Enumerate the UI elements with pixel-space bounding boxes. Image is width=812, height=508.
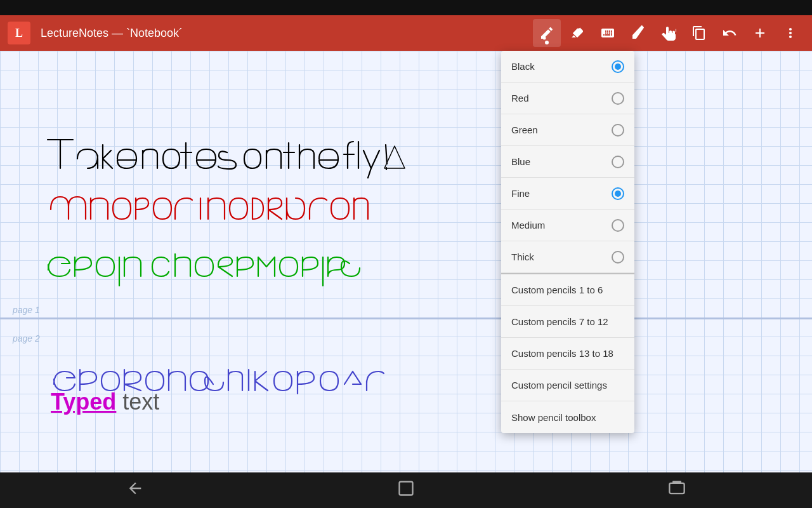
toolbar-icons <box>533 19 804 47</box>
menu-item-custom712[interactable]: Custom pencils 7 to 12 <box>501 306 634 338</box>
page2-label: page 2 <box>13 333 40 344</box>
pencil-tool-button[interactable] <box>533 19 561 47</box>
undo-button[interactable] <box>716 19 743 47</box>
menu-item-custom1318[interactable]: Custom pencils 13 to 18 <box>501 338 634 370</box>
more-button[interactable] <box>776 19 804 47</box>
green-label: Green <box>511 124 538 135</box>
back-nav-button[interactable] <box>126 479 144 501</box>
page1-label: page 1 <box>13 305 40 315</box>
fountain-pen-tool-button[interactable] <box>624 19 652 47</box>
blue-radio[interactable] <box>612 156 624 168</box>
pencil-dropdown-menu: Black Red Green Blue Fine <box>501 51 634 433</box>
menu-item-toolbox[interactable]: Show pencil toolbox <box>501 401 634 433</box>
logo-letter: L <box>15 27 23 40</box>
red-label: Red <box>511 93 529 104</box>
thick-radio[interactable] <box>612 251 624 264</box>
red-radio[interactable] <box>612 92 624 105</box>
page-divider <box>0 318 812 319</box>
fine-radio-inner <box>615 190 621 197</box>
custom712-label: Custom pencils 7 to 12 <box>511 316 608 327</box>
copy-tool-button[interactable] <box>685 19 713 47</box>
fine-label: Fine <box>511 188 530 199</box>
typed-text-area: Typed text <box>51 389 159 415</box>
hand-tool-button[interactable] <box>655 19 683 47</box>
black-label: Black <box>511 61 535 72</box>
menu-item-blue[interactable]: Blue <box>501 146 634 178</box>
svg-point-0 <box>543 37 546 40</box>
eraser-tool-button[interactable] <box>563 19 591 47</box>
svg-rect-3 <box>672 481 681 483</box>
custom1318-label: Custom pencils 13 to 18 <box>511 348 613 359</box>
menu-item-black[interactable]: Black <box>501 51 634 83</box>
bottom-nav <box>0 472 812 508</box>
green-radio[interactable] <box>612 124 624 137</box>
custom16-label: Custom pencils 1 to 6 <box>511 284 603 295</box>
settings-label: Custom pencil settings <box>511 380 607 391</box>
blue-label: Blue <box>511 156 530 167</box>
app-toolbar: L LectureNotes — `Notebook´ <box>0 15 812 51</box>
menu-item-medium[interactable]: Medium <box>501 210 634 241</box>
menu-item-green[interactable]: Green <box>501 114 634 146</box>
typed-normal-text: text <box>116 389 159 415</box>
menu-item-fine[interactable]: Fine <box>501 178 634 210</box>
menu-item-settings[interactable]: Custom pencil settings <box>501 370 634 401</box>
keyboard-tool-button[interactable] <box>594 19 622 47</box>
thick-label: Thick <box>511 251 534 262</box>
notebook-canvas[interactable]: page 1 page 2 Typed text <box>0 51 812 472</box>
svg-rect-1 <box>399 482 412 495</box>
app-title: LectureNotes — `Notebook´ <box>36 27 528 40</box>
svg-rect-2 <box>669 483 684 493</box>
menu-item-custom16[interactable]: Custom pencils 1 to 6 <box>501 274 634 306</box>
medium-radio[interactable] <box>612 219 624 232</box>
menu-item-thick[interactable]: Thick <box>501 241 634 273</box>
recents-nav-button[interactable] <box>668 479 686 501</box>
menu-item-red[interactable]: Red <box>501 83 634 114</box>
add-button[interactable] <box>746 19 774 47</box>
toolbox-label: Show pencil toolbox <box>511 412 596 423</box>
main-area: page 1 page 2 Typed text Black Red Green <box>0 51 812 472</box>
black-radio[interactable] <box>612 60 624 73</box>
status-bar <box>0 0 812 15</box>
home-nav-button[interactable] <box>397 479 415 501</box>
black-radio-inner <box>615 64 621 70</box>
typed-bold-text: Typed <box>51 389 116 415</box>
app-logo: L <box>8 22 30 44</box>
fine-radio[interactable] <box>612 187 624 200</box>
medium-label: Medium <box>511 220 545 231</box>
